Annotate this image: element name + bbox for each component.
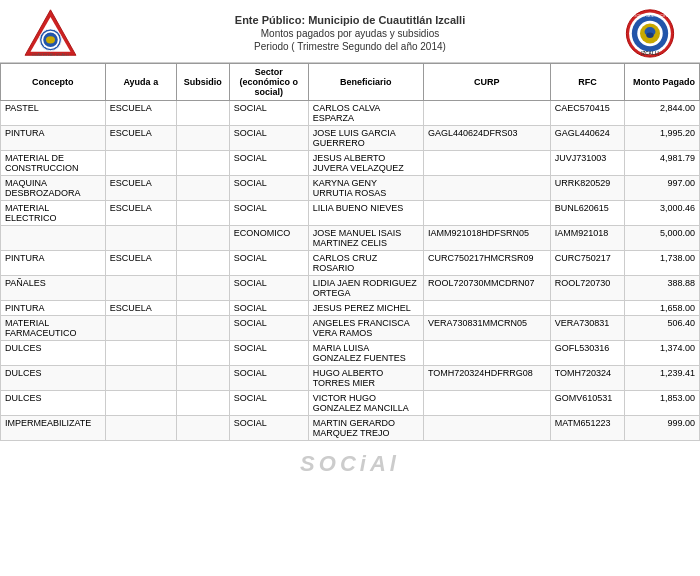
cell-rfc: VERA730831 [550,316,625,341]
cell-curp [423,176,550,201]
cell-monto: 1,738.00 [625,251,700,276]
cell-rfc: IAMM921018 [550,226,625,251]
table-row: PAÑALESSOCIALLIDIA JAEN RODRIGUEZ ORTEGA… [1,276,700,301]
cell-monto: 1,995.20 [625,126,700,151]
cell-rfc: GAGL440624 [550,126,625,151]
table-row: DULCESSOCIALHUGO ALBERTO TORRES MIERTOMH… [1,366,700,391]
cell-ayuda: ESCUELA [105,126,176,151]
cell-subsidio [176,316,229,341]
cell-ayuda [105,341,176,366]
header-center: Ente Público: Municipio de Cuautitlán Iz… [90,14,610,52]
cell-beneficiario: VICTOR HUGO GONZALEZ MANCILLA [308,391,423,416]
table-row: DULCESSOCIALVICTOR HUGO GONZALEZ MANCILL… [1,391,700,416]
header-title2: Montos pagados por ayudas y subsidios [90,28,610,39]
cell-concepto: DULCES [1,391,106,416]
cell-concepto: PINTURA [1,301,106,316]
cell-curp [423,201,550,226]
logo-left: CUAUTITLAN IZCALLI [10,8,90,58]
table-row: MATERIAL DE CONSTRUCCIONSOCIALJESUS ALBE… [1,151,700,176]
cell-concepto: IMPERMEABILIZATE [1,416,106,441]
cell-subsidio [176,226,229,251]
svg-text:TESORERIA MUNICIPAL: TESORERIA MUNICIPAL [629,14,670,18]
cell-rfc: MATM651223 [550,416,625,441]
col-header-monto: Monto Pagado [625,64,700,101]
cell-beneficiario: MARIA LUISA GONZALEZ FUENTES [308,341,423,366]
cell-rfc: CAEC570415 [550,101,625,126]
cell-subsidio [176,176,229,201]
cell-monto: 1,239.41 [625,366,700,391]
cell-rfc: CURC750217 [550,251,625,276]
watermark: SOCiAl [0,441,700,481]
cell-ayuda: ESCUELA [105,101,176,126]
cell-curp [423,341,550,366]
cell-subsidio [176,341,229,366]
cell-monto: 506.40 [625,316,700,341]
cell-sector: SOCIAL [229,316,308,341]
cell-ayuda: ESCUELA [105,251,176,276]
cell-sector: SOCIAL [229,391,308,416]
cell-monto: 999.00 [625,416,700,441]
col-header-rfc: RFC [550,64,625,101]
cell-curp: VERA730831MMCRN05 [423,316,550,341]
cell-sector: SOCIAL [229,366,308,391]
table-row: MATERIAL ELECTRICOESCUELASOCIALLILIA BUE… [1,201,700,226]
col-header-subsidio: Subsidio [176,64,229,101]
cell-concepto: MATERIAL DE CONSTRUCCION [1,151,106,176]
logo-right-icon: TESORERIA MUNICIPAL IZCALLI [615,8,685,58]
cell-ayuda [105,151,176,176]
cell-subsidio [176,126,229,151]
cell-concepto: MATERIAL ELECTRICO [1,201,106,226]
cell-subsidio [176,201,229,226]
header: CUAUTITLAN IZCALLI Ente Público: Municip… [0,0,700,63]
cell-sector: SOCIAL [229,276,308,301]
cell-curp: TOMH720324HDFRRG08 [423,366,550,391]
svg-text:CUAUTITLAN IZCALLI: CUAUTITLAN IZCALLI [31,53,68,57]
cell-beneficiario: LILIA BUENO NIEVES [308,201,423,226]
cell-curp: CURC750217HMCRSR09 [423,251,550,276]
cell-subsidio [176,391,229,416]
cell-ayuda [105,316,176,341]
cell-subsidio [176,101,229,126]
table-row: IMPERMEABILIZATESOCIALMARTIN GERARDO MAR… [1,416,700,441]
cell-beneficiario: ANGELES FRANCISCA VERA RAMOS [308,316,423,341]
cell-rfc: JUVJ731003 [550,151,625,176]
table-row: MAQUINA DESBROZADORAESCUELASOCIALKARYNA … [1,176,700,201]
cell-sector: SOCIAL [229,301,308,316]
cell-monto: 3,000.46 [625,201,700,226]
col-header-curp: CURP [423,64,550,101]
cell-curp [423,151,550,176]
table-row: PINTURAESCUELASOCIALCARLOS CRUZ ROSARIOC… [1,251,700,276]
cell-rfc: ROOL720730 [550,276,625,301]
cell-concepto: MAQUINA DESBROZADORA [1,176,106,201]
cell-monto: 4,981.79 [625,151,700,176]
col-header-ayuda: Ayuda a [105,64,176,101]
table-row: PINTURAESCUELASOCIALJESUS PEREZ MICHEL1,… [1,301,700,316]
cell-concepto: DULCES [1,366,106,391]
cell-curp [423,416,550,441]
cell-concepto: PASTEL [1,101,106,126]
cell-beneficiario: HUGO ALBERTO TORRES MIER [308,366,423,391]
cell-monto: 1,374.00 [625,341,700,366]
cell-concepto: PINTURA [1,126,106,151]
cell-rfc: TOMH720324 [550,366,625,391]
cell-subsidio [176,251,229,276]
cell-subsidio [176,301,229,316]
cell-monto: 1,853.00 [625,391,700,416]
cell-subsidio [176,416,229,441]
cell-sector: SOCIAL [229,251,308,276]
cell-ayuda [105,276,176,301]
cell-ayuda [105,226,176,251]
cell-curp [423,101,550,126]
cell-beneficiario: KARYNA GENY URRUTIA ROSAS [308,176,423,201]
cell-curp: ROOL720730MMCDRN07 [423,276,550,301]
table-row: PASTELESCUELASOCIALCARLOS CALVA ESPARZAC… [1,101,700,126]
cell-beneficiario: MARTIN GERARDO MARQUEZ TREJO [308,416,423,441]
col-header-beneficiario: Beneficiario [308,64,423,101]
cell-beneficiario: CARLOS CRUZ ROSARIO [308,251,423,276]
cell-rfc: BUNL620615 [550,201,625,226]
svg-point-13 [646,33,653,38]
cell-beneficiario: JOSE MANUEL ISAIS MARTINEZ CELIS [308,226,423,251]
cell-rfc: URRK820529 [550,176,625,201]
data-table: Concepto Ayuda a Subsidio Sector (económ… [0,63,700,441]
cell-monto: 5,000.00 [625,226,700,251]
